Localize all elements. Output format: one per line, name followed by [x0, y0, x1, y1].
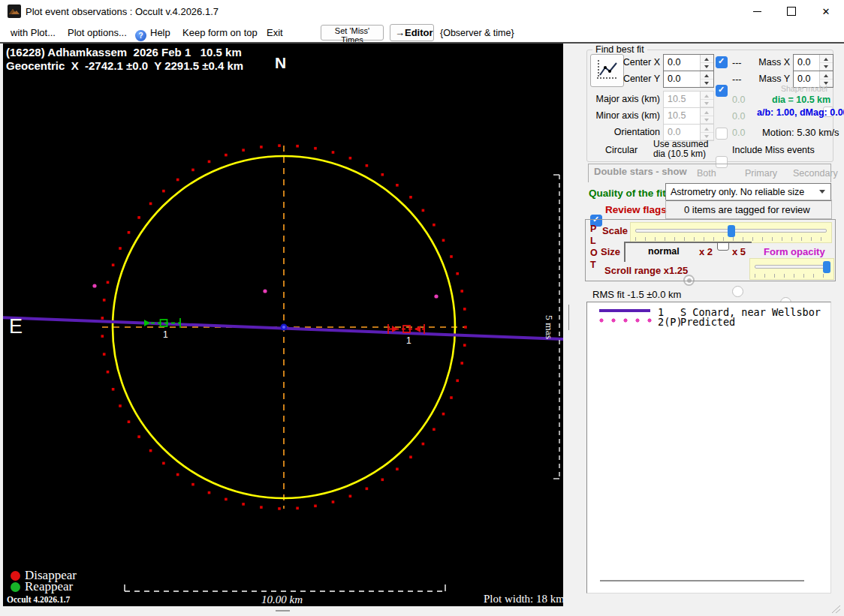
resize-grip-icon[interactable] [830, 605, 841, 614]
major-axis-spinner: 10.5 [663, 91, 714, 108]
major-axis-value: 10.5 [664, 92, 700, 107]
minor-axis-extra: 0.0 [732, 111, 745, 122]
double-both-label: Both [697, 168, 716, 179]
find-best-fit-label: Find best fit [592, 44, 647, 55]
plot-canvas[interactable]: (16228) Adhamkassem 2026 Feb 1 10.5 km G… [3, 44, 563, 606]
minor-axis-value: 10.5 [664, 108, 700, 124]
mass-x-spin-buttons[interactable] [819, 55, 833, 71]
form-opacity-slider-ticks [755, 274, 829, 278]
reappear-dot-icon [11, 582, 20, 592]
motion-text: Motion: 5.30 km/s [762, 127, 839, 138]
predicted-path-dots [92, 284, 438, 298]
menu-plot-options[interactable]: Plot options... [68, 27, 127, 38]
observation-number: 2(P) [658, 316, 683, 328]
red-chord-number: 1 [406, 335, 411, 346]
orientation-label: Orientation [592, 127, 660, 137]
scale-slider-thumb[interactable] [728, 225, 735, 237]
north-label: N [275, 54, 286, 72]
shape-model-label: Shape model [781, 84, 827, 93]
major-axis-spin-buttons [700, 92, 713, 107]
observation-name: Predicted [680, 316, 735, 328]
center-y-label: Center Y [592, 74, 660, 84]
center-y-value: 0.0 [664, 71, 700, 87]
dia-text: dia = 10.5 km [772, 95, 830, 105]
scroll-range-label: Scroll range x1.25 [604, 265, 688, 276]
mass-x-spinner[interactable]: 0.0 [793, 54, 833, 71]
scale-slider[interactable] [630, 222, 832, 243]
plot-letter-t: T [590, 260, 596, 270]
review-flags-text: 0 items are tagged for review [684, 204, 810, 215]
app-window: { "window": { "title": "Plot event obser… [0, 0, 844, 616]
list-item[interactable]: 1 S Conard, near Wellsbor [587, 305, 830, 316]
orientation-value: 0.0 [664, 125, 700, 140]
chevron-down-icon [819, 190, 825, 197]
dotted-magenta-line-swatch [599, 318, 656, 323]
plot-width-label: Plot width: 18 km [484, 593, 563, 605]
menu-help[interactable]: ?Help [135, 27, 170, 41]
center-y-checkbox[interactable] [716, 85, 728, 97]
center-y-extra: --- [732, 74, 742, 85]
observations-listbox[interactable]: 1 S Conard, near Wellsbor 2(P) Predicted [586, 302, 831, 593]
close-button[interactable]: ✕ [809, 0, 843, 23]
major-axis-checkbox [716, 128, 728, 140]
quality-fit-value: Astrometry only. No reliable size [666, 184, 830, 197]
minor-axis-label: Minor axis (km) [592, 110, 660, 121]
use-assumed-label: Use assumed dia (10.5 km) [653, 140, 710, 159]
minimize-icon [753, 11, 761, 12]
form-opacity-slider-track[interactable] [755, 265, 829, 269]
size-x2-label: x 2 [699, 246, 713, 257]
quality-fit-combobox[interactable]: Astrometry only. No reliable size [665, 183, 831, 201]
solid-purple-line-swatch [599, 309, 650, 312]
center-x-checkbox[interactable] [716, 56, 728, 68]
east-label: E [9, 315, 23, 338]
title-bar: Plot event observations : Occult v.4.202… [0, 0, 844, 23]
window-title: Plot event observations : Occult v.4.202… [26, 6, 219, 17]
plot-letter-l: L [590, 236, 596, 246]
size-label: Size [601, 246, 620, 257]
double-stars-label: Double stars - show [594, 166, 687, 177]
center-y-spin-buttons[interactable] [700, 71, 713, 87]
mas-scale-label: 5 mas [543, 311, 555, 344]
reappear-label: Reappear [25, 579, 73, 594]
maximize-button[interactable] [774, 0, 809, 23]
rms-fit-label: RMS fit -1.5 ±0.0 km [592, 289, 681, 300]
size-x5-label: x 5 [732, 246, 746, 257]
app-icon [8, 5, 21, 21]
minor-axis-spinner: 10.5 [663, 107, 714, 125]
form-opacity-slider-thumb[interactable] [823, 261, 830, 273]
maximize-icon [787, 7, 796, 16]
center-x-spin-buttons[interactable] [700, 55, 713, 71]
center-x-label: Center X [592, 57, 660, 68]
menu-keep-on-top[interactable]: Keep form on top [182, 27, 258, 38]
scale-bar-label: 10.00 km [261, 593, 303, 606]
list-item[interactable]: 2(P) Predicted [587, 315, 830, 326]
vertical-scrollbar-thumb[interactable] [568, 305, 569, 330]
review-flags-label: Review flags [605, 204, 667, 215]
scale-label: Scale [602, 225, 628, 236]
form-opacity-label: Form opacity [764, 246, 825, 257]
center-y-spinner[interactable]: 0.0 [663, 71, 714, 88]
set-miss-times-button[interactable]: Set 'Miss' Times [321, 25, 384, 41]
size-normal-label: normal [648, 246, 680, 257]
plot-letter-p: P [590, 224, 596, 234]
center-x-spinner[interactable]: 0.0 [663, 54, 714, 71]
include-miss-label: Include Miss events [732, 145, 815, 155]
horizontal-scrollbar-thumb[interactable] [276, 610, 290, 611]
plot-header-line2: Geocentric X -2742.1 ±0.0 Y 2291.5 ±0.4 … [6, 59, 243, 72]
minor-axis-spin-buttons [700, 108, 713, 124]
minimize-button[interactable] [740, 0, 774, 23]
editor-button[interactable]: →Editor [390, 24, 434, 41]
orientation-extra: 0.0 [732, 128, 745, 138]
mass-x-value: 0.0 [794, 55, 819, 71]
plot-area[interactable] [3, 44, 563, 606]
form-opacity-slider[interactable] [749, 258, 834, 280]
menu-with-plot[interactable]: with Plot... [11, 27, 56, 38]
center-x-extra: --- [732, 58, 742, 68]
observer-time-label: {Observer & time} [440, 28, 514, 38]
disappear-dot-icon [11, 571, 20, 581]
major-axis-label: Major axis (km) [592, 94, 660, 104]
green-chord-number: 1 [163, 329, 168, 340]
list-divider [600, 580, 804, 581]
menu-exit[interactable]: Exit [267, 27, 283, 38]
scale-slider-ticks [635, 237, 827, 241]
